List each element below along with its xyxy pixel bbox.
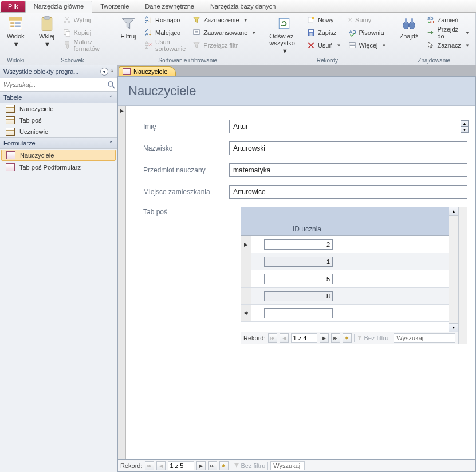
copy-button[interactable]: Kopiuj [62,27,109,38]
nav-last[interactable]: ⏭ [208,461,217,470]
nav-filter[interactable]: Bez filtru [234,462,266,469]
cell-input[interactable] [264,291,333,301]
form-item-tabpos[interactable]: Tab poś Podformularz [0,162,117,173]
nav-prev[interactable]: ◀ [280,333,289,343]
scrollbar-vertical[interactable] [449,207,458,332]
row-selector[interactable]: ▶ [241,236,251,253]
clear-sort-button[interactable]: AZUsuń sortowanie [143,40,187,51]
chevron-down-icon[interactable]: ▾ [100,68,108,76]
spin-down[interactable]: ▼ [461,127,469,133]
toggle-filter-button[interactable]: Przełącz filtr [191,40,257,51]
sort-desc-button[interactable]: ZAMalejąco [143,27,187,38]
more-button[interactable]: Więcej▼ [347,40,388,51]
nav-header[interactable]: Wszystkie obiekty progra... ▾« [0,65,117,78]
svg-rect-11 [66,31,70,36]
nav-filter[interactable]: Bez filtru [357,335,389,341]
table-item-tabpos[interactable]: Tab poś [0,115,117,126]
select-button[interactable]: Zaznacz▼ [426,40,471,51]
refresh-button[interactable]: Odśwież wszystko▼ [267,14,301,56]
svg-point-9 [68,21,70,23]
delete-button[interactable]: Usuń▼ [306,40,343,51]
nav-new[interactable]: ✱ [343,333,352,343]
row-selector[interactable] [241,270,251,287]
find-button[interactable]: Znajdź [397,14,420,51]
svg-rect-7 [44,17,50,19]
svg-point-22 [312,17,314,19]
nav-search[interactable] [270,461,305,470]
sort-asc-button[interactable]: AZRosnąco [143,14,187,26]
nav-search[interactable] [394,333,455,343]
table-item-nauczyciele[interactable]: Nauczyciele [0,103,117,115]
advanced-button[interactable]: Zaawansowane▼ [191,27,257,38]
nav-last[interactable]: ⏭ [331,333,340,343]
input-miejsce[interactable] [229,185,467,199]
format-painter-button[interactable]: Malarz formatów [62,40,109,51]
form-icon [123,68,131,75]
nav-pos[interactable] [291,333,317,343]
nav-new[interactable]: ✱ [219,461,229,470]
new-button[interactable]: Nowy [306,14,343,26]
tab-create[interactable]: Tworzenie [92,1,137,12]
group-title: Znajdowanie [397,57,471,64]
nav-first[interactable]: ⏮ [268,333,277,343]
cell-input[interactable] [264,257,333,267]
row-selector[interactable] [241,253,251,270]
replace-button[interactable]: abacZamień [426,14,471,26]
svg-point-8 [64,21,66,23]
file-tab[interactable]: Plik [1,1,25,12]
cell-input[interactable] [264,274,333,284]
paste-button[interactable]: Wklej▼ [37,14,57,51]
spin-up[interactable]: ▲ [461,120,469,127]
filter-button[interactable]: Filtruj [118,14,139,51]
subform-recnav: Rekord: ⏮ ◀ ▶ ⏭ ✱ Bez filtru [241,332,458,344]
nav-next[interactable]: ▶ [196,461,206,470]
svg-text:Z: Z [145,18,148,24]
svg-text:Z: Z [145,44,148,49]
doc-tab-label: Nauczyciele [133,68,167,75]
form-item-nauczyciele[interactable]: Nauczyciele [1,150,116,161]
input-imie[interactable] [229,120,459,133]
row-selector-new[interactable]: ✱ [241,305,251,321]
cell-input-new[interactable] [264,308,333,318]
nav-search-input[interactable] [1,80,107,90]
section-forms[interactable]: Formularze⌃ [0,137,117,149]
input-nazwisko[interactable] [229,141,467,155]
search-icon[interactable] [107,80,116,89]
cut-button[interactable]: Wytnij [62,14,109,26]
save-button[interactable]: Zapisz [306,27,343,38]
input-przedmiot[interactable] [229,163,467,177]
section-tables[interactable]: Tabele⌃ [0,92,117,103]
group-sortfilter: Filtruj AZRosnąco ZAMalejąco AZUsuń sort… [113,13,262,65]
spelling-button[interactable]: ABCPisownia [347,27,388,38]
spelling-icon: ABC [348,29,356,37]
row-selector[interactable] [241,288,251,304]
nav-title: Wszystkie obiekty progra... [3,68,78,75]
ribbon-tab-strip: Plik Narzędzia główne Tworzenie Dane zew… [0,0,476,13]
nav-pos[interactable] [168,461,194,470]
collapse-icon[interactable]: « [110,68,113,76]
label-miejsce: Miejsce zamieszkania [143,188,229,196]
svg-rect-12 [65,42,69,45]
tab-dbtools[interactable]: Narzędzia bazy danych [202,1,284,12]
view-button[interactable]: Widok▼ [5,14,27,49]
save-icon [307,29,315,37]
tab-home[interactable]: Narzędzia główne [25,1,92,13]
funnel-icon [234,463,239,469]
goto-button[interactable]: Przejdź do▼ [426,27,471,38]
selection-button[interactable]: Zaznaczenie▼ [191,14,257,26]
clear-sort-icon: AZ [144,41,152,49]
doc-tab-nauczyciele[interactable]: Nauczyciele [119,66,176,76]
nav-next[interactable]: ▶ [320,333,329,343]
totals-button[interactable]: ΣSumy [347,14,388,26]
label-imie: Imię [143,123,229,131]
nav-prev[interactable]: ◀ [156,461,166,470]
scrollbar-vertical[interactable] [458,207,467,344]
group-title: Sortowanie i filtrowanie [118,57,257,64]
copy-icon [63,29,71,37]
record-selector[interactable] [118,106,126,459]
group-title: Schowek [37,57,109,64]
cell-input[interactable] [264,239,333,250]
nav-first[interactable]: ⏮ [145,461,154,470]
tab-external[interactable]: Dane zewnętrzne [137,1,202,12]
table-item-uczniowie[interactable]: Uczniowie [0,126,117,137]
